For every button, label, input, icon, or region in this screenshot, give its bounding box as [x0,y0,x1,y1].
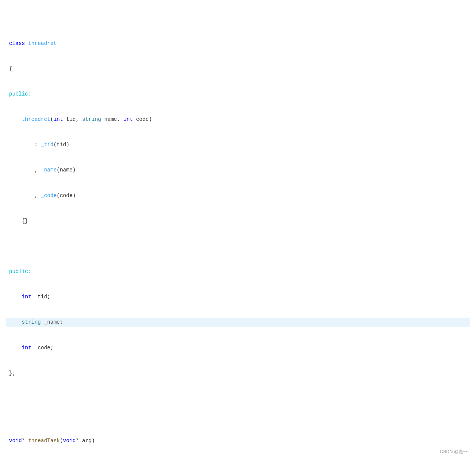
line-2: { [6,65,470,73]
line-16: void* threadTask(void* arg) [6,437,470,445]
line-3: public: [6,90,470,98]
line-6: , _name(name) [6,166,470,174]
line-1: class threadret [6,39,470,48]
line-9 [6,242,470,250]
code-block: class threadret { public: threadret(int … [0,4,476,463]
line-15 [6,394,470,403]
line-14: }; [6,369,470,377]
line-7: , _code(code) [6,191,470,200]
line-10: public: [6,267,470,276]
line-4: threadret(int tid, string name, int code… [6,115,470,123]
watermark: CSDN @走~~ [440,448,468,455]
line-11: int _tid; [6,293,470,301]
line-13: int _code; [6,344,470,352]
line-12: string _name; [6,318,470,326]
line-8: {} [6,217,470,225]
code-container: class threadret { public: threadret(int … [0,0,476,463]
line-5: : _tid(tid) [6,140,470,149]
